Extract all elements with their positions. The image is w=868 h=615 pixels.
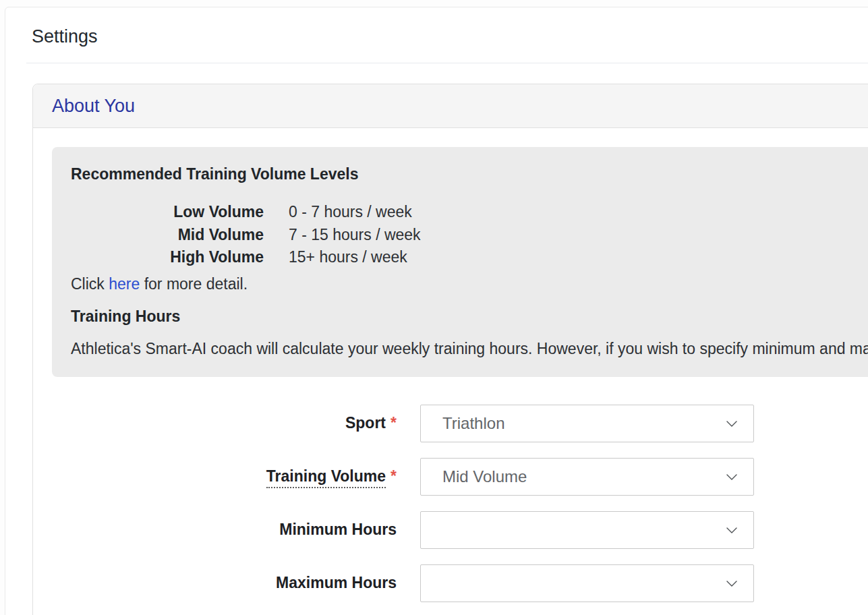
about-you-section-header[interactable]: About You: [33, 84, 868, 128]
sport-select-value: Triathlon: [442, 414, 504, 433]
training-volume-label: Training Volume*: [52, 467, 397, 486]
maximum-hours-select[interactable]: [420, 564, 754, 602]
minimum-hours-label: Minimum Hours: [52, 521, 397, 539]
sport-label: Sport*: [52, 414, 397, 432]
training-volume-row: Training Volume* Mid Volume: [52, 458, 868, 496]
info-box-title: Recommended Training Volume Levels: [71, 165, 868, 183]
more-detail-line: Click here for more detail.: [71, 274, 868, 293]
volume-levels-table: Low Volume 0 - 7 hours / week Mid Volume…: [71, 201, 868, 269]
volume-level-range: 7 - 15 hours / week: [289, 224, 868, 247]
page-title: Settings: [32, 25, 868, 48]
volume-level-label: Mid Volume: [71, 224, 264, 247]
volume-level-label: High Volume: [71, 246, 264, 269]
minimum-hours-select[interactable]: [420, 511, 754, 549]
click-suffix: for more detail.: [144, 275, 248, 293]
minimum-hours-row: Minimum Hours: [52, 511, 868, 549]
about-you-form: Sport* Triathlon Training Volume* Mid Vo…: [52, 405, 868, 602]
chevron-down-icon: [724, 469, 740, 485]
training-volume-info-box: Recommended Training Volume Levels Low V…: [52, 147, 868, 377]
sport-row: Sport* Triathlon: [52, 405, 868, 442]
chevron-down-icon: [724, 415, 740, 432]
volume-level-label: Low Volume: [71, 201, 264, 224]
training-volume-select[interactable]: Mid Volume: [420, 458, 754, 496]
training-hours-description: Athletica's Smart-AI coach will calculat…: [71, 339, 868, 358]
chevron-down-icon: [724, 575, 740, 591]
chevron-down-icon: [724, 522, 740, 538]
about-you-card: About You Recommended Training Volume Le…: [32, 84, 868, 615]
training-volume-select-value: Mid Volume: [442, 467, 527, 486]
more-detail-link[interactable]: here: [109, 275, 140, 293]
settings-page-panel: Settings About You Recommended Training …: [5, 7, 868, 615]
volume-level-range: 0 - 7 hours / week: [289, 201, 868, 224]
maximum-hours-row: Maximum Hours: [52, 564, 868, 602]
about-you-card-body: Recommended Training Volume Levels Low V…: [33, 128, 868, 615]
about-you-section-title: About You: [52, 96, 135, 116]
required-asterisk: *: [390, 467, 397, 485]
sport-select[interactable]: Triathlon: [420, 405, 754, 442]
maximum-hours-label: Maximum Hours: [52, 574, 397, 592]
title-divider: [26, 63, 868, 63]
click-prefix: Click: [71, 275, 105, 293]
required-asterisk: *: [390, 414, 397, 432]
volume-level-range: 15+ hours / week: [289, 246, 868, 269]
training-hours-title: Training Hours: [71, 307, 868, 326]
